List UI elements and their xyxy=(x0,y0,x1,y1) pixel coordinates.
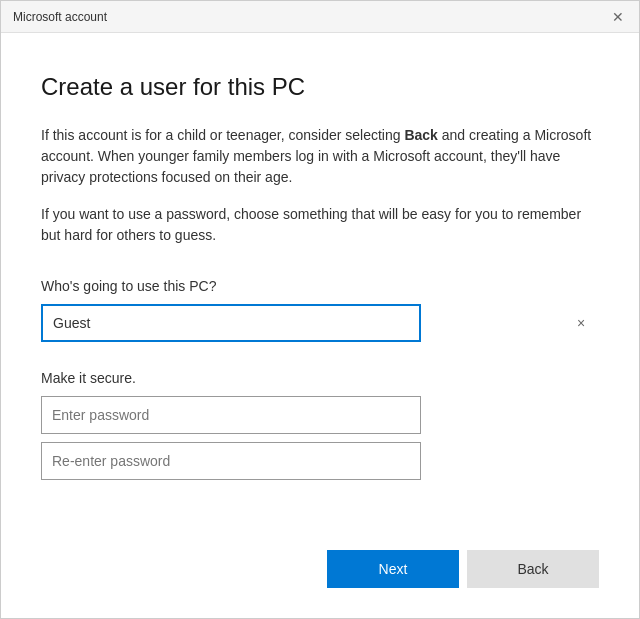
next-button[interactable]: Next xyxy=(327,550,459,588)
close-button[interactable]: ✕ xyxy=(609,8,627,26)
username-label: Who's going to use this PC? xyxy=(41,278,599,294)
password-input[interactable] xyxy=(41,396,421,434)
paragraph1-bold: Back xyxy=(404,127,437,143)
username-input[interactable] xyxy=(41,304,421,342)
page-title: Create a user for this PC xyxy=(41,73,599,101)
description-paragraph1: If this account is for a child or teenag… xyxy=(41,125,599,188)
clear-username-button[interactable]: × xyxy=(571,313,591,333)
make-secure-label: Make it secure. xyxy=(41,370,599,386)
paragraph1-text: If this account is for a child or teenag… xyxy=(41,127,404,143)
description-paragraph2: If you want to use a password, choose so… xyxy=(41,204,599,246)
title-bar-text: Microsoft account xyxy=(13,10,107,24)
back-button[interactable]: Back xyxy=(467,550,599,588)
window: Microsoft account ✕ Create a user for th… xyxy=(0,0,640,619)
title-bar: Microsoft account ✕ xyxy=(1,1,639,33)
content-area: Create a user for this PC If this accoun… xyxy=(1,33,639,618)
reenter-password-input[interactable] xyxy=(41,442,421,480)
button-row: Next Back xyxy=(41,510,599,588)
username-input-wrapper: × xyxy=(41,304,599,342)
